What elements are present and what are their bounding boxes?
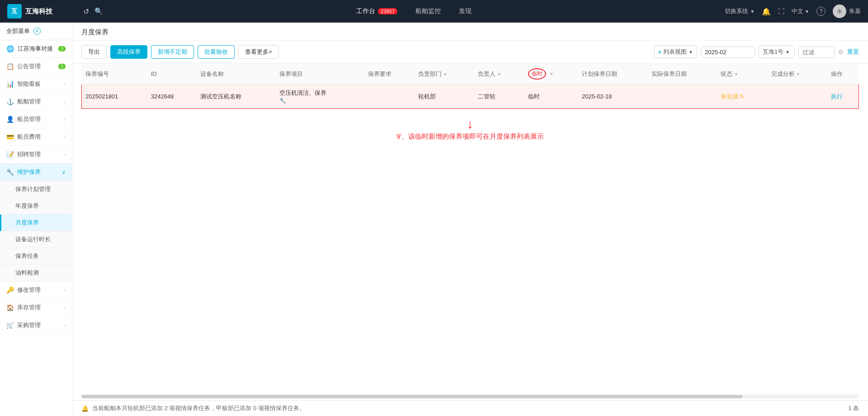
language-selector[interactable]: 中文 ▼ <box>792 7 809 15</box>
maintenance-submenu: 保养计划管理 年度保养 月度保养 设备运行时长 保养任务 油料检测 <box>0 181 72 281</box>
chevron-right-icon: › <box>64 305 66 310</box>
submenu-maintenance-task[interactable]: 保养任务 <box>0 248 72 265</box>
col-dept[interactable]: 负责部门▼ <box>415 64 474 84</box>
top-right-area: 切换系统 ▼ 🔔 ⛶ 中文 ▼ ? 朱 朱基 <box>725 5 861 18</box>
cell-action[interactable]: 执行 <box>827 84 859 109</box>
sidebar-item-label: 公告管理 <box>17 62 41 70</box>
recruit-icon: 📝 <box>6 151 14 158</box>
user-area[interactable]: 朱 朱基 <box>833 5 861 18</box>
submenu-maintenance-plan[interactable]: 保养计划管理 <box>0 181 72 198</box>
sidebar-header: 全部菜单 + <box>0 23 72 40</box>
view-selector[interactable]: ≡ 列表视图 ▼ <box>654 46 698 58</box>
chevron-down-icon-view: ▼ <box>689 50 693 55</box>
sidebar-item-label: 修改管理 <box>17 286 41 294</box>
submenu-oil-check[interactable]: 油料检测 <box>0 265 72 281</box>
col-status[interactable]: 状态▼ <box>717 64 767 84</box>
cell-temp: 临时 <box>524 84 578 109</box>
repair-icon: 🔑 <box>6 286 14 294</box>
notices-badge: 0 <box>58 64 66 69</box>
bottom-bell-icon: 🔔 <box>81 405 89 412</box>
sidebar-item-crew-mgmt[interactable]: 👤 船员管理 › <box>0 111 72 128</box>
filter-input[interactable] <box>798 47 835 58</box>
export-button[interactable]: 导出 <box>81 45 107 59</box>
col-temp[interactable]: 临时 ▼ <box>524 64 578 84</box>
page-title-bar: 月度保养 <box>72 23 868 41</box>
scrollbar-thumb[interactable] <box>81 395 742 398</box>
sidebar-item-smart-panel[interactable]: 📊 智能看板 › <box>0 75 72 93</box>
col-device-name: 设备名称 <box>197 64 276 84</box>
offline-maintenance-button[interactable]: 高线保养 <box>110 45 147 59</box>
sort-dept-icon: ▼ <box>443 72 448 77</box>
col-actual-date: 实际保养日期 <box>648 64 717 84</box>
sidebar: 全部菜单 + 🌐 江苏海事对接 0 📋 公告管理 0 📊 智能看板 <box>0 23 72 416</box>
sidebar-item-label: 招聘管理 <box>17 150 41 159</box>
search-icon[interactable]: 🔍 <box>94 7 103 15</box>
company-badge: 0 <box>58 46 66 51</box>
sidebar-item-ship-mgmt[interactable]: ⚓ 船舶管理 › <box>0 93 72 111</box>
sidebar-item-recruit[interactable]: 📝 招聘管理 › <box>0 146 72 164</box>
purchase-icon: 🛒 <box>6 322 14 329</box>
toolbar-right: ≡ 列表视图 ▼ 互海1号 ▼ ⚙ 重置 <box>654 46 859 58</box>
execute-link[interactable]: 执行 <box>831 93 843 100</box>
chevron-down-icon: ▼ <box>750 9 755 14</box>
history-icon[interactable]: ↺ <box>83 7 89 16</box>
sidebar-item-repair[interactable]: 🔑 修改管理 › <box>0 281 72 299</box>
ship-selector[interactable]: 互海1号 ▼ <box>759 46 795 58</box>
nav-workbench[interactable]: 工作台 23957 <box>356 7 397 15</box>
sidebar-item-label: 船员费用 <box>17 133 41 141</box>
chevron-right-icon: › <box>64 81 66 87</box>
company-item[interactable]: 🌐 江苏海事对接 0 <box>0 40 72 58</box>
sidebar-item-label: 维护保养 <box>17 168 41 176</box>
date-input[interactable] <box>701 47 755 58</box>
sort-status-icon: ▼ <box>734 72 738 77</box>
sidebar-item-label: 智能看板 <box>17 80 41 88</box>
sidebar-item-maintenance[interactable]: 🔧 维护保养 ∨ <box>0 164 72 181</box>
col-analysis[interactable]: 完成分析▼ <box>768 64 827 84</box>
sort-analysis-icon: ▼ <box>796 72 801 77</box>
toolbar: 导出 高线保养 新增不定期 批量验收 查看更多> ≡ 列表视图 ▼ 互海1号 ▼ <box>72 41 868 64</box>
globe-icon: 🌐 <box>6 45 14 52</box>
cell-analysis <box>768 84 827 109</box>
nav-discover[interactable]: 发现 <box>459 7 472 15</box>
bottom-message: 当前船舶本月轮机部已添加 2 项视情保养任务，甲板部已添加 0 项视情保养任务。 <box>92 404 305 412</box>
total-count: 1 条 <box>848 404 859 412</box>
sidebar-item-notices[interactable]: 📋 公告管理 0 <box>0 58 72 75</box>
sidebar-item-crew-cost[interactable]: 💳 船员费用 › <box>0 128 72 146</box>
sort-person-icon: ▼ <box>497 72 501 77</box>
batch-accept-button[interactable]: 批量验收 <box>198 45 235 59</box>
sidebar-item-inventory[interactable]: 🏠 库存管理 › <box>0 299 72 317</box>
help-icon[interactable]: ? <box>816 7 826 16</box>
nav-ship-monitor[interactable]: 船舶监控 <box>415 7 441 15</box>
submenu-device-runtime[interactable]: 设备运行时长 <box>0 231 72 248</box>
table-container: 保养编号 ID 设备名称 保养项目 保养要求 负责部门▼ 负责人▼ 临时 ▼ 计 <box>72 64 868 395</box>
cell-actual-date <box>648 84 717 109</box>
add-temp-button[interactable]: 新增不定期 <box>151 45 194 59</box>
annotation-area: ↓ 9'、该临时新增的保养项即可在月度保养列表展示 <box>81 109 859 143</box>
crew-icon: 👤 <box>6 116 14 123</box>
logo-icon: 互 <box>7 4 22 19</box>
view-more-button[interactable]: 查看更多> <box>238 45 279 59</box>
sidebar-item-label: 船员管理 <box>17 115 41 123</box>
avatar: 朱 <box>833 5 846 18</box>
sort-temp-icon: ▼ <box>549 71 554 76</box>
sidebar-item-label: 采购管理 <box>17 321 41 329</box>
sidebar-item-purchase[interactable]: 🛒 采购管理 › <box>0 317 72 334</box>
reset-button[interactable]: 重置 <box>847 48 859 56</box>
cell-id: 3242648 <box>147 84 197 109</box>
notification-icon[interactable]: 🔔 <box>762 7 771 16</box>
chevron-down-icon-ship: ▼ <box>785 50 790 55</box>
add-menu-icon[interactable]: + <box>33 28 41 35</box>
horizontal-scrollbar[interactable] <box>81 395 859 398</box>
sidebar-item-label: 船舶管理 <box>17 98 41 106</box>
submenu-annual-maintenance[interactable]: 年度保养 <box>0 198 72 215</box>
logo-area: 互 互海科技 <box>7 4 80 19</box>
sidebar-item-label: 库存管理 <box>17 304 41 312</box>
switch-system-button[interactable]: 切换系统 ▼ <box>725 7 755 15</box>
submenu-monthly-maintenance[interactable]: 月度保养 <box>0 215 72 231</box>
page-title: 月度保养 <box>81 28 108 36</box>
table-row: 2025021801 3242648 测试空压机名称 空压机清洁、保养 🔧 轮机… <box>82 84 859 109</box>
cell-maintenance-req <box>364 84 415 109</box>
filter-icon[interactable]: ⚙ <box>838 49 844 56</box>
col-person[interactable]: 负责人▼ <box>474 64 524 84</box>
fullscreen-icon[interactable]: ⛶ <box>778 8 784 15</box>
